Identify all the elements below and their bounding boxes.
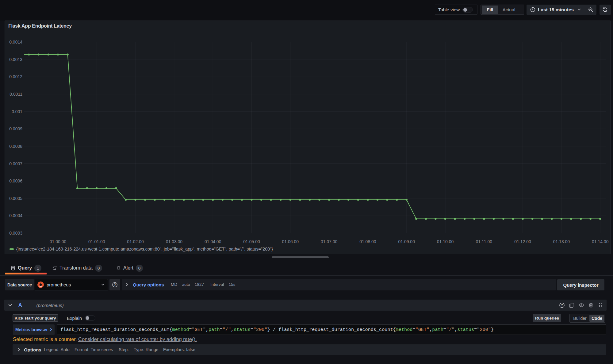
svg-text:0.0008: 0.0008 bbox=[9, 144, 22, 149]
svg-text:01:05:00: 01:05:00 bbox=[243, 239, 260, 244]
svg-text:01:00:00: 01:00:00 bbox=[50, 239, 67, 244]
svg-text:01:09:00: 01:09:00 bbox=[398, 239, 415, 244]
svg-text:0.0007: 0.0007 bbox=[9, 161, 22, 166]
svg-text:0.0011: 0.0011 bbox=[10, 92, 22, 97]
svg-text:?: ? bbox=[561, 303, 563, 307]
svg-text:01:13:00: 01:13:00 bbox=[553, 239, 570, 244]
svg-text:0.0012: 0.0012 bbox=[9, 74, 22, 79]
svg-text:0.0005: 0.0005 bbox=[9, 196, 22, 201]
svg-text:0.0009: 0.0009 bbox=[9, 126, 22, 131]
svg-text:01:14:00: 01:14:00 bbox=[592, 239, 609, 244]
svg-text:01:12:00: 01:12:00 bbox=[514, 239, 531, 244]
svg-text:01:10:00: 01:10:00 bbox=[437, 239, 454, 244]
svg-text:?: ? bbox=[114, 283, 116, 286]
svg-text:01:08:00: 01:08:00 bbox=[359, 239, 376, 244]
svg-text:{instance="ec2-184-169-216-224: {instance="ec2-184-169-216-224.us-west-1… bbox=[16, 247, 273, 251]
svg-text:01:07:00: 01:07:00 bbox=[321, 239, 338, 244]
svg-text:01:11:00: 01:11:00 bbox=[476, 239, 492, 244]
svg-text:0.0006: 0.0006 bbox=[9, 178, 22, 183]
svg-text:01:06:00: 01:06:00 bbox=[282, 239, 299, 244]
svg-text:01:04:00: 01:04:00 bbox=[205, 239, 221, 244]
svg-text:0.0014: 0.0014 bbox=[9, 40, 22, 44]
svg-text:01:03:00: 01:03:00 bbox=[166, 239, 183, 244]
svg-text:01:02:00: 01:02:00 bbox=[127, 239, 144, 244]
svg-text:0.001: 0.001 bbox=[12, 109, 22, 114]
svg-text:0.0003: 0.0003 bbox=[9, 231, 22, 236]
svg-text:0.0013: 0.0013 bbox=[9, 57, 22, 62]
svg-text:01:01:00: 01:01:00 bbox=[88, 239, 105, 244]
svg-text:0.0004: 0.0004 bbox=[9, 213, 22, 218]
